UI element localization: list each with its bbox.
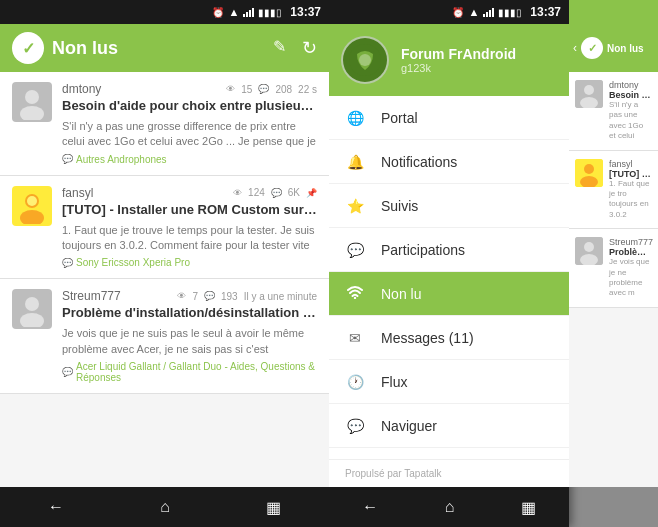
post-meta: fansyl 👁 124 💬 6K 📌 (62, 186, 317, 200)
post-title: Problème d'installation/désinstallation … (62, 305, 317, 322)
post-username: fansyl (62, 186, 93, 200)
home-button[interactable]: ⌂ (140, 490, 190, 524)
pin-icon: 📌 (306, 188, 317, 198)
svg-point-6 (27, 196, 37, 206)
sidebar-item-suivis[interactable]: ⭐ Suivis (329, 184, 569, 228)
post-preview: Je vois que je ne suis pas le seul à avo… (62, 326, 317, 357)
wifi-icon: ▲ (228, 6, 239, 18)
status-bar-left: ⏰ ▲ ▮▮▮▯ 13:37 (0, 0, 329, 24)
view-count: 7 (192, 291, 198, 302)
drawer-forum-name: Forum FrAndroid (401, 46, 557, 62)
sidebar-item-label: Non lu (381, 286, 553, 302)
peek-avatar (575, 159, 603, 187)
sidebar-item-notifications[interactable]: 🔔 Notifications (329, 140, 569, 184)
peek-posts-list: dmtony Besoin d'aide po (chinois) S'il n… (569, 72, 658, 308)
post-content: Streum777 👁 7 💬 193 Il y a une minute Pr… (62, 289, 317, 383)
post-title: [TUTO] - Installer une ROM Custom sur un… (62, 202, 317, 219)
peek-title-text: Besoin d'aide po (chinois) (609, 90, 652, 100)
nav-icon: 💬 (345, 418, 365, 434)
header-actions: ✎ ↻ (273, 37, 317, 59)
reply-icon: 💬 (258, 84, 269, 94)
reply-icon: 💬 (271, 188, 282, 198)
peek-username: fansyl (609, 159, 652, 169)
post-category: 💬 Sony Ericsson Xperia Pro (62, 257, 317, 268)
eye-icon: 👁 (177, 291, 186, 301)
peek-avatar (575, 80, 603, 108)
right-phone: ⏰ ▲ ▮▮▮▯ 13:37 ⏰ ▲ (329, 0, 658, 527)
post-category: 💬 Autres Androphones (62, 154, 317, 165)
category-icon: 💬 (62, 367, 73, 377)
sidebar-item-naviguer[interactable]: 💬 Naviguer (329, 404, 569, 448)
post-meta: Streum777 👁 7 💬 193 Il y a une minute (62, 289, 317, 303)
svg-point-12 (354, 297, 356, 299)
drawer-status-bar: ⏰ ▲ ▮▮▮▯ 13:37 (329, 0, 569, 24)
edit-icon[interactable]: ✎ (273, 37, 286, 59)
peek-title-text: [TUTO] - Installe rooté, au Bootlo (609, 169, 652, 179)
posts-list: dmtony 👁 15 💬 208 22 s Besoin d'aide pou… (0, 72, 329, 487)
footer-text: Propulsé par Tapatalk (345, 468, 442, 479)
menu-button[interactable]: ▦ (246, 490, 301, 525)
reply-count: 6K (288, 187, 300, 198)
list-item[interactable]: Streum777 👁 7 💬 193 Il y a une minute Pr… (0, 279, 329, 394)
drawer-footer: Propulsé par Tapatalk (329, 459, 569, 487)
category-label: Sony Ericsson Xperia Pro (76, 257, 190, 268)
avatar (12, 82, 52, 122)
navigation-drawer: ⏰ ▲ ▮▮▮▯ 13:37 (329, 0, 658, 527)
app-logo: ✓ (12, 32, 44, 64)
home-button-drawer[interactable]: ⌂ (425, 490, 475, 524)
peek-post-content: Streum777 Problème d'insta E350 Duo Je v… (609, 237, 652, 299)
sidebar-item-flux[interactable]: 🕐 Flux (329, 360, 569, 404)
list-item[interactable]: dmtony 👁 15 💬 208 22 s Besoin d'aide pou… (0, 72, 329, 176)
sidebar-item-portal[interactable]: 🌐 Portal (329, 96, 569, 140)
bottom-nav-drawer: ← ⌂ ▦ (329, 487, 569, 527)
chat-icon: 💬 (345, 242, 365, 258)
post-preview: 1. Faut que je trouve le temps pour la t… (62, 223, 317, 254)
alarm-icon: ⏰ (212, 7, 224, 18)
user-avatar-icon (14, 291, 50, 327)
avatar (12, 186, 52, 226)
status-time-left: 13:37 (290, 5, 321, 19)
peek-post-content: fansyl [TUTO] - Installe rooté, au Bootl… (609, 159, 652, 221)
sidebar-item-messages[interactable]: ✉ Messages (11) (329, 316, 569, 360)
peek-list-item: Streum777 Problème d'insta E350 Duo Je v… (569, 229, 658, 308)
peek-title: Non lus (607, 43, 644, 54)
drawer-shadow-overlay[interactable]: ‹ ✓ Non lus dmtony Besoin d'aide po (569, 0, 658, 527)
portal-icon: 🌐 (345, 110, 365, 126)
peek-back-arrow: ‹ (573, 41, 577, 55)
post-time: 22 s (298, 84, 317, 95)
svg-point-14 (584, 85, 594, 95)
drawer-panel: ⏰ ▲ ▮▮▮▯ 13:37 (329, 0, 569, 527)
reply-count: 193 (221, 291, 238, 302)
sidebar-item-non-lu[interactable]: Non lu (329, 272, 569, 316)
peek-title-text: Problème d'insta E350 Duo (609, 247, 652, 257)
clock-icon: 🕐 (345, 374, 365, 390)
post-content: dmtony 👁 15 💬 208 22 s Besoin d'aide pou… (62, 82, 317, 165)
forum-logo-icon (349, 44, 381, 76)
list-item[interactable]: fansyl 👁 124 💬 6K 📌 [TUTO] - Installer u… (0, 176, 329, 280)
peek-preview: 1. Faut que je tro toujours en 3.0.2 (609, 179, 652, 221)
peek-preview: S'il n'y a pas une avec 1Go et celui (609, 100, 652, 142)
refresh-icon[interactable]: ↻ (302, 37, 317, 59)
menu-button-drawer[interactable]: ▦ (501, 490, 556, 525)
post-content: fansyl 👁 124 💬 6K 📌 [TUTO] - Installer u… (62, 186, 317, 269)
peek-logo: ✓ (581, 37, 603, 59)
peek-post-content: dmtony Besoin d'aide po (chinois) S'il n… (609, 80, 652, 142)
post-title: Besoin d'aide pour choix entre plusieurs… (62, 98, 317, 115)
back-button[interactable]: ← (28, 490, 84, 524)
sidebar-item-recherche[interactable]: 🔍 Recherche (329, 448, 569, 459)
post-preview: S'il n'y a pas une grosse difference de … (62, 119, 317, 150)
sidebar-item-participations[interactable]: 💬 Participations (329, 228, 569, 272)
peek-list-item: fansyl [TUTO] - Installe rooté, au Bootl… (569, 151, 658, 230)
post-meta: dmtony 👁 15 💬 208 22 s (62, 82, 317, 96)
star-icon: ⭐ (345, 198, 365, 214)
sidebar-item-label: Naviguer (381, 418, 553, 434)
view-count: 15 (241, 84, 252, 95)
svg-point-17 (584, 164, 594, 174)
post-category: 💬 Acer Liquid Gallant / Gallant Duo - Ai… (62, 361, 317, 383)
reply-count: 208 (275, 84, 292, 95)
battery-icon: ▮▮▮▯ (258, 7, 282, 18)
user-avatar-icon (14, 84, 50, 120)
back-button-drawer[interactable]: ← (342, 490, 398, 524)
eye-icon: 👁 (233, 188, 242, 198)
post-username: Streum777 (62, 289, 121, 303)
